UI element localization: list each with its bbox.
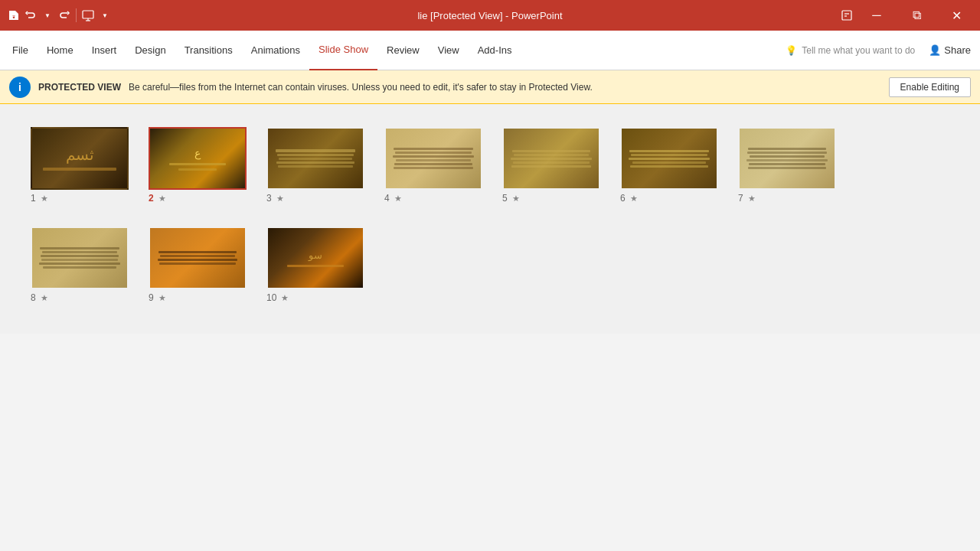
- list-item[interactable]: 6 ★: [620, 127, 718, 204]
- search-bulb-icon: 💡: [786, 45, 797, 56]
- star-icon-6[interactable]: ★: [630, 194, 638, 204]
- share-person-icon: 👤: [929, 44, 941, 56]
- slide-number-8: 8: [31, 292, 36, 303]
- present-icon[interactable]: [80, 8, 96, 23]
- tab-home[interactable]: Home: [38, 31, 83, 70]
- undo-icon[interactable]: [23, 8, 38, 23]
- share-label: Share: [944, 44, 971, 56]
- save-icon[interactable]: [6, 8, 21, 23]
- tab-slideshow[interactable]: Slide Show: [309, 31, 377, 70]
- minimize-button[interactable]: ─: [859, 3, 894, 28]
- slide-thumbnail-1[interactable]: ثسم: [31, 127, 129, 190]
- slide-meta-2: 2 ★: [149, 193, 166, 204]
- list-item[interactable]: 7 ★: [738, 127, 836, 204]
- window-controls: ─ ⧉ ✕: [839, 3, 974, 28]
- list-item[interactable]: 5 ★: [502, 127, 600, 204]
- svg-rect-5: [842, 11, 851, 20]
- tab-design[interactable]: Design: [126, 31, 175, 70]
- list-item[interactable]: 3 ★: [266, 127, 364, 204]
- tab-insert[interactable]: Insert: [83, 31, 126, 70]
- slide-meta-5: 5 ★: [502, 193, 520, 204]
- star-icon-5[interactable]: ★: [512, 194, 520, 204]
- slide-thumbnail-10[interactable]: سو: [266, 227, 364, 289]
- tab-review[interactable]: Review: [377, 31, 429, 70]
- slide-meta-4: 4 ★: [384, 193, 402, 204]
- ribbon: File Home Insert Design Transitions Anim…: [0, 31, 980, 70]
- redo-icon[interactable]: [57, 8, 72, 23]
- slide-number-7: 7: [738, 193, 743, 204]
- slide-thumbnail-2[interactable]: ع: [149, 127, 247, 190]
- enable-editing-button[interactable]: Enable Editing: [889, 77, 971, 97]
- slide-thumbnail-7[interactable]: [738, 127, 836, 190]
- slide-meta-7: 7 ★: [738, 193, 756, 204]
- list-item[interactable]: ثسم 1 ★: [31, 127, 129, 204]
- star-icon-10[interactable]: ★: [281, 293, 289, 303]
- star-icon-2[interactable]: ★: [158, 194, 166, 204]
- title-bar: ▼ ▼ lie [Protected View] - PowerPoint ─ …: [0, 0, 980, 31]
- share-button[interactable]: 👤 Share: [923, 44, 977, 56]
- slide-number-3: 3: [266, 193, 272, 204]
- star-icon-4[interactable]: ★: [394, 194, 402, 204]
- protected-view-bar: i PROTECTED VIEW Be careful—files from t…: [0, 70, 980, 104]
- tab-transitions[interactable]: Transitions: [175, 31, 242, 70]
- star-icon-9[interactable]: ★: [158, 293, 166, 303]
- star-icon-3[interactable]: ★: [276, 194, 284, 204]
- slide-number-9: 9: [149, 292, 154, 303]
- slide-meta-10: 10 ★: [266, 292, 289, 303]
- protected-view-message: Be careful—files from the Internet can c…: [129, 82, 881, 93]
- ribbon-search[interactable]: 💡 Tell me what you want to do: [778, 45, 923, 56]
- star-icon-1[interactable]: ★: [41, 194, 48, 204]
- svg-rect-0: [11, 11, 15, 15]
- undo-dropdown-icon[interactable]: ▼: [40, 8, 55, 23]
- slide-number-1: 1: [31, 193, 36, 204]
- slide-thumbnail-3[interactable]: [266, 127, 364, 190]
- info-icon: i: [9, 77, 31, 98]
- slide-number-10: 10: [266, 292, 276, 303]
- list-item[interactable]: ع 2 ★: [149, 127, 247, 204]
- slide-meta-1: 1 ★: [31, 193, 48, 204]
- info-icon-text: i: [18, 81, 21, 93]
- slide-number-6: 6: [620, 193, 626, 204]
- tab-view[interactable]: View: [429, 31, 469, 70]
- slide-thumbnail-5[interactable]: [502, 127, 600, 190]
- search-text: Tell me what you want to do: [802, 45, 915, 56]
- tab-addins[interactable]: Add-Ins: [469, 31, 521, 70]
- protected-view-label: PROTECTED VIEW: [38, 82, 121, 93]
- slide-grid: ثسم 1 ★ ع 2 ★: [0, 104, 980, 334]
- star-icon-7[interactable]: ★: [748, 194, 756, 204]
- slide-thumbnail-9[interactable]: [149, 227, 247, 289]
- slide-thumbnail-4[interactable]: [384, 127, 482, 190]
- customize-qat-icon[interactable]: ▼: [97, 8, 113, 23]
- tab-file[interactable]: File: [3, 31, 38, 70]
- slide-meta-3: 3 ★: [266, 193, 284, 204]
- slide-meta-6: 6 ★: [620, 193, 638, 204]
- restore-button[interactable]: ⧉: [899, 3, 934, 28]
- list-item[interactable]: سو 10 ★: [266, 227, 364, 303]
- svg-rect-2: [83, 11, 93, 18]
- slide-number-2: 2: [149, 193, 154, 204]
- list-item[interactable]: 8 ★: [31, 227, 129, 303]
- window-title: lie [Protected View] - PowerPoint: [417, 10, 562, 21]
- slide-number-4: 4: [384, 193, 390, 204]
- quick-access-toolbar: ▼ ▼: [6, 8, 113, 23]
- list-item[interactable]: 9 ★: [149, 227, 247, 303]
- help-icon[interactable]: [839, 8, 854, 23]
- tab-animations[interactable]: Animations: [242, 31, 309, 70]
- slide-number-5: 5: [502, 193, 508, 204]
- star-icon-8[interactable]: ★: [41, 293, 48, 303]
- close-button[interactable]: ✕: [939, 3, 974, 28]
- list-item[interactable]: 4 ★: [384, 127, 482, 204]
- slide-meta-8: 8 ★: [31, 292, 48, 303]
- slide-meta-9: 9 ★: [149, 292, 166, 303]
- slide-thumbnail-6[interactable]: [620, 127, 718, 190]
- slide-thumbnail-8[interactable]: [31, 227, 129, 289]
